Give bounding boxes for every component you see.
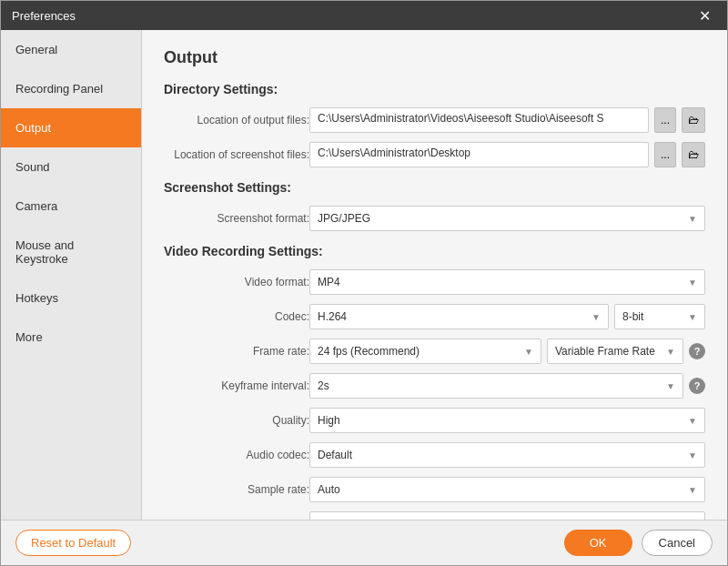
screenshot-files-controls: C:\Users\Administrator\Desktop ... 🗁: [309, 142, 705, 167]
chevron-down-icon-10: ▼: [688, 485, 697, 495]
quality-controls: High ▼: [309, 408, 705, 433]
keyframe-help-icon[interactable]: ?: [689, 378, 705, 394]
video-format-select[interactable]: MP4 ▼: [309, 269, 705, 295]
directory-section-title: Directory Settings:: [164, 82, 705, 96]
audio-codec-row: Audio codec: Default ▼: [164, 442, 705, 468]
sidebar-item-hotkeys[interactable]: Hotkeys: [1, 278, 141, 318]
screenshot-files-row: Location of screenshot files: C:\Users\A…: [164, 142, 705, 167]
output-files-label: Location of output files:: [164, 114, 309, 126]
screenshot-section-title: Screenshot Settings:: [164, 180, 705, 195]
screenshot-files-input[interactable]: C:\Users\Administrator\Desktop: [309, 142, 649, 167]
chevron-down-icon-3: ▼: [592, 312, 601, 322]
screenshot-files-folder-btn[interactable]: 🗁: [682, 142, 705, 167]
frame-rate-type-select[interactable]: Variable Frame Rate ▼: [547, 339, 683, 364]
output-files-row: Location of output files: C:\Users\Admin…: [164, 107, 705, 133]
title-bar: Preferences ✕: [1, 1, 727, 30]
folder-icon: 🗁: [688, 114, 699, 126]
chevron-down-icon-7: ▼: [666, 381, 675, 391]
channels-select[interactable]: Auto ▼: [309, 511, 705, 520]
output-files-input[interactable]: C:\Users\Administrator\Videos\Aiseesoft …: [309, 107, 649, 133]
chevron-down-icon-5: ▼: [524, 347, 533, 357]
chevron-down-icon-9: ▼: [688, 450, 697, 460]
preferences-window: Preferences ✕ General Recording Panel Ou…: [0, 0, 728, 566]
sidebar-item-sound[interactable]: Sound: [1, 147, 141, 187]
folder-icon-2: 🗁: [688, 148, 699, 161]
output-files-folder-btn[interactable]: 🗁: [682, 107, 705, 133]
window-title: Preferences: [12, 9, 76, 23]
cancel-button[interactable]: Cancel: [642, 530, 713, 556]
codec-select[interactable]: H.264 ▼: [309, 304, 609, 329]
screenshot-format-select[interactable]: JPG/JPEG ▼: [309, 206, 705, 231]
frame-rate-select[interactable]: 24 fps (Recommend) ▼: [309, 339, 541, 364]
frame-rate-label: Frame rate:: [164, 345, 309, 358]
keyframe-select[interactable]: 2s ▼: [309, 373, 683, 399]
screenshot-files-label: Location of screenshot files:: [164, 148, 309, 161]
quality-label: Quality:: [164, 414, 309, 427]
video-format-row: Video format: MP4 ▼: [164, 269, 705, 295]
codec-row: Codec: H.264 ▼ 8-bit ▼: [164, 304, 705, 329]
sample-rate-label: Sample rate:: [164, 483, 309, 496]
sidebar-item-output[interactable]: Output: [1, 108, 141, 147]
quality-select[interactable]: High ▼: [309, 408, 705, 433]
footer-buttons: OK Cancel: [564, 530, 713, 556]
video-section-title: Video Recording Settings:: [164, 244, 705, 258]
codec-controls: H.264 ▼ 8-bit ▼: [309, 304, 705, 329]
chevron-down-icon-2: ▼: [688, 278, 697, 288]
audio-codec-select[interactable]: Default ▼: [309, 442, 705, 468]
sample-rate-controls: Auto ▼: [309, 477, 705, 502]
channels-row: Channels: Auto ▼: [164, 511, 705, 520]
chevron-down-icon-4: ▼: [688, 312, 697, 322]
sidebar: General Recording Panel Output Sound Cam…: [1, 30, 142, 520]
ok-button[interactable]: OK: [564, 530, 632, 556]
keyframe-label: Keyframe interval:: [164, 379, 309, 392]
sidebar-item-recording-panel[interactable]: Recording Panel: [1, 69, 141, 108]
main-content: Output Directory Settings: Location of o…: [142, 30, 727, 520]
frame-rate-help-icon[interactable]: ?: [689, 343, 705, 359]
screenshot-files-dots-btn[interactable]: ...: [654, 142, 676, 167]
video-format-label: Video format:: [164, 276, 309, 288]
channels-controls: Auto ▼: [309, 511, 705, 520]
quality-row: Quality: High ▼: [164, 408, 705, 433]
sample-rate-row: Sample rate: Auto ▼: [164, 477, 705, 502]
chevron-down-icon-6: ▼: [666, 347, 675, 357]
frame-rate-controls: 24 fps (Recommend) ▼ Variable Frame Rate…: [309, 339, 705, 364]
keyframe-row: Keyframe interval: 2s ▼ ?: [164, 373, 705, 399]
keyframe-controls: 2s ▼ ?: [309, 373, 705, 399]
close-button[interactable]: ✕: [693, 5, 716, 26]
sidebar-item-mouse-keystroke[interactable]: Mouse and Keystroke: [1, 226, 141, 278]
bit-select[interactable]: 8-bit ▼: [614, 304, 705, 329]
sample-rate-select[interactable]: Auto ▼: [309, 477, 705, 502]
page-title: Output: [164, 48, 705, 67]
footer: Reset to Default OK Cancel: [1, 520, 727, 565]
screenshot-format-row: Screenshot format: JPG/JPEG ▼: [164, 206, 705, 231]
sidebar-item-general[interactable]: General: [1, 30, 141, 69]
codec-label: Codec:: [164, 310, 309, 323]
sidebar-item-camera[interactable]: Camera: [1, 187, 141, 226]
audio-codec-controls: Default ▼: [309, 442, 705, 468]
frame-rate-row: Frame rate: 24 fps (Recommend) ▼ Variabl…: [164, 339, 705, 364]
output-files-controls: C:\Users\Administrator\Videos\Aiseesoft …: [309, 107, 705, 133]
sidebar-item-more[interactable]: More: [1, 318, 141, 357]
output-files-dots-btn[interactable]: ...: [654, 107, 676, 133]
chevron-down-icon: ▼: [688, 214, 697, 224]
content-area: General Recording Panel Output Sound Cam…: [1, 30, 727, 520]
reset-to-default-button[interactable]: Reset to Default: [15, 530, 131, 556]
video-format-controls: MP4 ▼: [309, 269, 705, 295]
audio-codec-label: Audio codec:: [164, 449, 309, 461]
screenshot-format-label: Screenshot format:: [164, 212, 309, 225]
chevron-down-icon-8: ▼: [688, 416, 697, 426]
screenshot-format-controls: JPG/JPEG ▼: [309, 206, 705, 231]
